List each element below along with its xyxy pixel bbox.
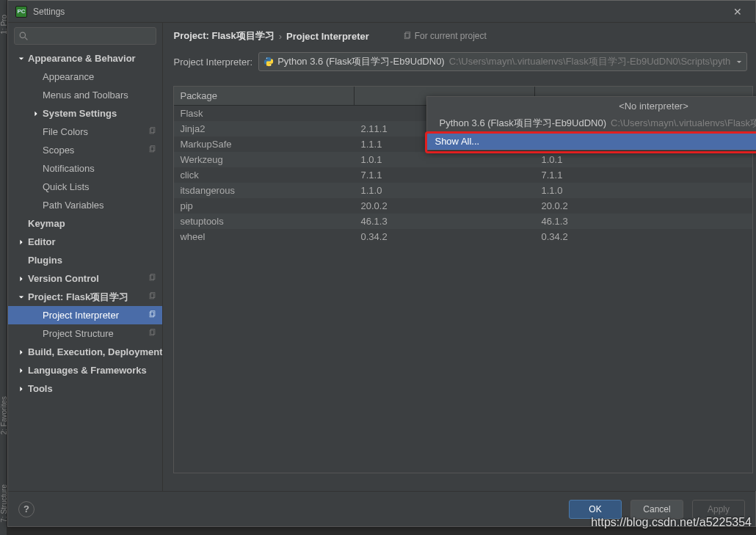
pkg-name: wheel — [174, 231, 355, 242]
sidebar-item[interactable]: Keymap — [8, 214, 162, 233]
sidebar-item[interactable]: Notifications — [8, 159, 162, 178]
sidebar-item-label: Scopes — [43, 145, 162, 156]
sidebar-item-label: File Colors — [43, 126, 162, 137]
copy-icon — [148, 145, 156, 155]
breadcrumb-sep: › — [279, 31, 282, 42]
pkg-latest: 20.0.2 — [535, 200, 752, 211]
sidebar-item[interactable]: Project: Flask项目学习 — [8, 288, 162, 306]
tree-arrow-icon — [17, 348, 26, 357]
pkg-version: 20.0.2 — [355, 200, 535, 211]
sidebar-item[interactable]: Appearance & Behavior — [8, 49, 162, 68]
pkg-latest: 7.1.1 — [535, 170, 752, 181]
search-input[interactable] — [32, 31, 151, 41]
titlebar: PC Settings ✕ — [8, 1, 755, 23]
copy-icon — [148, 127, 156, 137]
tree-arrow-icon — [32, 146, 40, 155]
scope-hint: For current project — [403, 31, 487, 41]
copy-icon — [148, 292, 156, 302]
pkg-latest: 46.1.3 — [535, 216, 752, 227]
sidebar-item[interactable]: Languages & Frameworks — [8, 361, 162, 379]
sidebar-item-label: Version Control — [28, 273, 162, 284]
settings-content: Project: Flask项目学习 › Project Interpreter… — [163, 23, 756, 491]
pkg-version: 1.1.0 — [355, 185, 535, 196]
tree-arrow-icon — [32, 128, 40, 137]
sidebar-item[interactable]: File Colors — [8, 123, 162, 141]
chevron-down-icon — [736, 57, 742, 68]
interpreter-name: Python 3.6 (Flask项目学习-Eb9UdDN0) — [277, 55, 445, 68]
sidebar-item[interactable]: Tools — [8, 379, 162, 398]
sidebar-item[interactable]: Menus and Toolbars — [8, 86, 162, 104]
interpreter-gear-button[interactable] — [753, 53, 756, 70]
interpreter-path: C:\Users\mayn\.virtualenvs\Flask项目学习-Eb9… — [449, 55, 731, 68]
sidebar-item-label: Plugins — [28, 255, 162, 266]
tree-arrow-icon — [17, 219, 26, 228]
table-row[interactable]: wheel0.34.20.34.2 — [174, 229, 752, 244]
table-row[interactable]: setuptools46.1.346.1.3 — [174, 214, 752, 229]
sidebar-item-label: Appearance — [43, 71, 162, 82]
tree-arrow-icon — [32, 73, 40, 81]
dropdown-no-interpreter[interactable]: <No interpreter> — [427, 97, 756, 114]
table-row[interactable]: itsdangerous1.1.01.1.0 — [174, 183, 752, 198]
tree-arrow-icon — [32, 330, 40, 338]
sidebar-item-label: Path Variables — [43, 200, 162, 211]
sidebar-item[interactable]: Version Control — [8, 269, 162, 288]
dropdown-show-all[interactable]: Show All... — [427, 132, 756, 150]
svg-point-17 — [270, 65, 271, 65]
sidebar-item-label: Project Structure — [43, 328, 162, 339]
breadcrumb-root: Project: Flask项目学习 — [173, 29, 274, 43]
tree-arrow-icon — [32, 164, 40, 173]
interpreter-dropdown: <No interpreter> Python 3.6 (Flask项目学习-E… — [426, 96, 756, 150]
tree-arrow-icon — [17, 256, 26, 265]
pkg-name: pip — [174, 200, 355, 211]
help-button[interactable]: ? — [18, 501, 34, 517]
sidebar-item[interactable]: Scopes — [8, 141, 162, 159]
dropdown-interpreter-item[interactable]: Python 3.6 (Flask项目学习-Eb9UdDN0) C:\Users… — [427, 114, 756, 132]
sidebar-item[interactable]: Editor — [8, 233, 162, 251]
breadcrumb: Project: Flask项目学习 › Project Interpreter… — [163, 23, 756, 49]
interpreter-row: Project Interpreter: Python 3.6 (Flask项目… — [163, 49, 756, 74]
cancel-button[interactable]: Cancel — [630, 500, 683, 519]
pkg-name: setuptools — [174, 216, 355, 227]
sidebar-item[interactable]: Path Variables — [8, 196, 162, 214]
tree-arrow-icon — [32, 311, 40, 320]
interpreter-combo[interactable]: Python 3.6 (Flask项目学习-Eb9UdDN0) C:\Users… — [258, 52, 747, 71]
table-row[interactable]: pip20.0.220.0.2 — [174, 198, 752, 214]
breadcrumb-sub: Project Interpreter — [286, 31, 369, 42]
settings-sidebar: Appearance & BehaviorAppearanceMenus and… — [8, 23, 163, 491]
sidebar-item-label: Build, Execution, Deployment — [28, 346, 162, 357]
close-icon[interactable]: ✕ — [727, 6, 748, 18]
pkg-version: 46.1.3 — [355, 216, 535, 227]
sidebar-item[interactable]: Project Structure — [8, 324, 162, 343]
sidebar-item[interactable]: Project Interpreter — [8, 306, 162, 324]
pkg-name: Jinja2 — [174, 123, 355, 134]
sidebar-item-label: Project Interpreter — [43, 310, 162, 321]
sidebar-item-label: Keymap — [28, 218, 162, 229]
ok-button[interactable]: OK — [569, 500, 622, 519]
col-package[interactable]: Package — [174, 87, 355, 105]
pkg-name: click — [174, 170, 355, 181]
sidebar-item[interactable]: System Settings — [8, 104, 162, 123]
copy-icon — [148, 274, 156, 283]
sidebar-item[interactable]: Quick Lists — [8, 178, 162, 196]
sidebar-item-label: Menus and Toolbars — [43, 90, 162, 101]
tree-arrow-icon — [32, 109, 40, 118]
window-title: Settings — [33, 7, 727, 17]
apply-button[interactable]: Apply — [692, 500, 745, 519]
sidebar-item[interactable]: Appearance — [8, 68, 162, 86]
tree-arrow-icon — [17, 293, 26, 302]
settings-search-field[interactable] — [14, 27, 156, 45]
pkg-name: Flask — [174, 108, 355, 119]
pkg-latest: 1.0.1 — [535, 154, 752, 165]
tree-arrow-icon — [17, 385, 26, 393]
sidebar-item[interactable]: Plugins — [8, 251, 162, 269]
table-row[interactable]: click7.1.17.1.1 — [174, 167, 752, 183]
app-icon: PC — [15, 6, 27, 18]
pkg-name: Werkzeug — [174, 154, 355, 165]
sidebar-item-label: Editor — [28, 236, 162, 247]
pkg-version: 0.34.2 — [355, 231, 535, 242]
sidebar-item[interactable]: Build, Execution, Deployment — [8, 343, 162, 361]
pkg-name: itsdangerous — [174, 185, 355, 196]
table-row[interactable]: Werkzeug1.0.11.0.1 — [174, 152, 752, 167]
sidebar-item-label: Notifications — [43, 163, 162, 174]
tree-arrow-icon — [32, 91, 40, 100]
